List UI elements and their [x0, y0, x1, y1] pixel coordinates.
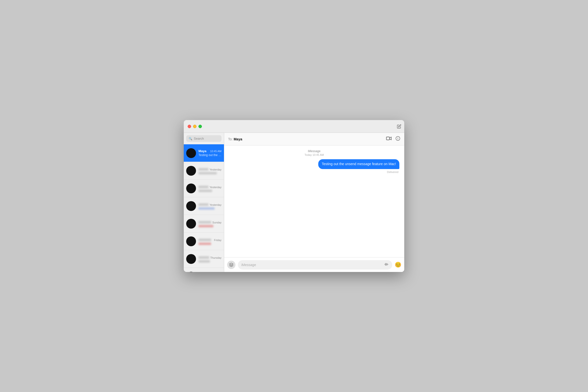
conv-info-7: Thursday — [198, 255, 222, 263]
conv-info-6: Friday — [198, 238, 222, 245]
sidebar: 🔍 Search Maya 10:45 AM Testing out the u… — [184, 133, 224, 272]
messages-area: iMessage Today 10:45 AM Testing out the … — [224, 146, 404, 257]
conv-info-maya: Maya 10:45 AM Testing out the unsend mes… — [198, 149, 222, 157]
message-time-label: Today 10:45 AM — [229, 153, 399, 156]
conv-time-7: Thursday — [210, 256, 222, 259]
message-bubble-sent: Testing out the unsend message feature o… — [318, 159, 399, 169]
chat-to-label: To: — [228, 137, 233, 141]
chat-area: To: Maya — [224, 133, 404, 272]
message-row-sent: Testing out the unsend message feature o… — [229, 159, 399, 169]
blurred-name-3 — [198, 186, 208, 188]
appstore-button[interactable] — [227, 261, 236, 269]
conv-time-maya: 10:45 AM — [210, 150, 222, 153]
conv-info-3: Yesterday — [198, 185, 222, 192]
conv-time-4: Yesterday — [210, 203, 222, 206]
blurred-name-2 — [198, 168, 208, 170]
search-label: Search — [194, 137, 204, 140]
chat-header-actions — [386, 136, 400, 142]
conv-time-5: Sunday — [212, 221, 222, 224]
avatar-7 — [186, 254, 196, 264]
compose-button[interactable] — [364, 124, 404, 128]
blurred-preview-6 — [198, 242, 211, 245]
conversation-item-8[interactable]: 12/25/22 — [184, 268, 224, 272]
blurred-preview-4 — [198, 207, 214, 210]
conv-info-4: Yesterday — [198, 202, 222, 210]
conversation-item-2[interactable]: Yesterday — [184, 162, 224, 180]
audio-icon — [384, 262, 389, 268]
search-icon: 🔍 — [189, 137, 192, 140]
avatar-5 — [186, 219, 196, 228]
conv-preview-maya: Testing out the unsend message feature o… — [198, 153, 222, 157]
video-call-icon[interactable] — [386, 136, 392, 142]
blurred-preview-5 — [198, 225, 214, 227]
title-bar — [184, 120, 404, 133]
info-icon[interactable] — [396, 136, 400, 142]
messages-window: 🔍 Search Maya 10:45 AM Testing out the u… — [184, 120, 404, 272]
main-layout: 🔍 Search Maya 10:45 AM Testing out the u… — [184, 133, 404, 272]
message-input-placeholder[interactable]: iMessage — [241, 263, 382, 267]
conv-time-2: Yesterday — [210, 168, 222, 171]
conversation-item-maya[interactable]: Maya 10:45 AM Testing out the unsend mes… — [184, 144, 224, 162]
emoji-button[interactable]: 😊 — [395, 262, 401, 268]
search-bar[interactable]: 🔍 Search — [186, 135, 222, 142]
traffic-lights — [184, 125, 224, 128]
avatar-3 — [186, 184, 196, 193]
avatar-2 — [186, 166, 196, 176]
conversation-item-3[interactable]: Yesterday — [184, 180, 224, 197]
delivered-label: Delivered — [229, 170, 399, 174]
input-bar: iMessage 😊 — [224, 257, 404, 272]
message-timestamp-group: iMessage Today 10:45 AM — [229, 150, 399, 156]
conv-time-6: Friday — [214, 239, 222, 242]
avatar-6 — [186, 236, 196, 246]
conv-name-maya: Maya — [198, 149, 206, 153]
conv-info-5: Sunday — [198, 220, 222, 227]
chat-contact-name: Maya — [234, 137, 242, 141]
conversation-item-5[interactable]: Sunday — [184, 215, 224, 232]
svg-rect-0 — [386, 137, 390, 140]
avatar-maya — [186, 148, 196, 158]
blurred-preview-3 — [198, 190, 212, 192]
avatar-4 — [186, 201, 196, 211]
conversation-list: Maya 10:45 AM Testing out the unsend mes… — [184, 144, 224, 272]
avatar-8 — [186, 272, 196, 272]
minimize-button[interactable] — [193, 125, 196, 128]
conversation-item-7[interactable]: Thursday — [184, 250, 224, 268]
conv-info-2: Yesterday — [198, 167, 222, 174]
blurred-name-4 — [198, 203, 208, 206]
conversation-item-6[interactable]: Friday — [184, 232, 224, 250]
maximize-button[interactable] — [198, 125, 202, 128]
conversation-item-4[interactable]: Yesterday — [184, 197, 224, 215]
chat-header: To: Maya — [224, 133, 404, 146]
blurred-name-5 — [198, 221, 211, 224]
blurred-name-6 — [198, 239, 211, 241]
conv-time-3: Yesterday — [210, 186, 222, 189]
blurred-preview-2 — [198, 172, 217, 174]
service-label: iMessage — [229, 150, 399, 153]
message-input-wrap[interactable]: iMessage — [238, 260, 392, 270]
close-button[interactable] — [188, 125, 191, 128]
blurred-preview-7 — [198, 260, 210, 263]
blurred-name-7 — [198, 256, 209, 259]
